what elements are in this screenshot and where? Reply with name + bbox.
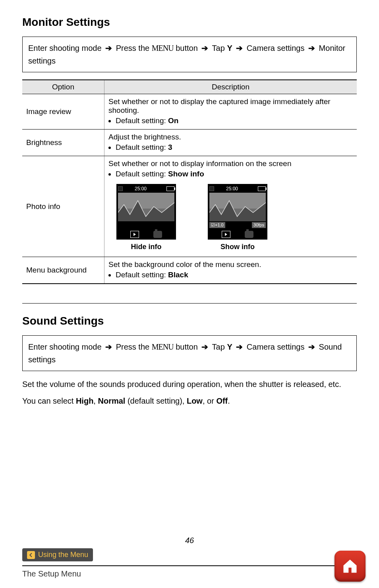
home-icon (341, 557, 359, 575)
switch-icon (153, 231, 162, 238)
footer-breadcrumb: The Setup Menu (22, 569, 357, 578)
default-value: Black (168, 271, 188, 279)
option-label: Brightness (22, 130, 104, 156)
arrow-icon: ➔ (201, 42, 208, 54)
arrow-icon: ➔ (308, 340, 315, 353)
option-label: Photo info (22, 156, 104, 257)
table-row: Brightness Adjust the brightness. Defaul… (22, 130, 357, 156)
home-button[interactable] (335, 551, 365, 582)
arrow-icon: ➔ (236, 340, 243, 353)
play-icon (222, 231, 230, 238)
arrow-icon: ➔ (308, 42, 315, 54)
desc-text: Adjust the brightness. (108, 133, 181, 141)
sound-description-1: Set the volume of the sounds produced du… (22, 378, 357, 390)
option-low: Low (187, 397, 203, 405)
text: (default setting), (125, 397, 187, 405)
path-segment: Press the (116, 44, 149, 52)
ev-value: +1.0 (215, 222, 224, 227)
switch-icon (245, 231, 253, 238)
thumb-show-info: 25:00 ☑+1.0 30fps (208, 184, 267, 251)
col-header-option: Option (22, 80, 104, 94)
default-prefix: Default setting: (116, 116, 166, 125)
text: . (228, 397, 230, 405)
path-segment: Tap (212, 342, 225, 351)
menu-label: MENU (152, 342, 174, 351)
preview-image (209, 193, 266, 221)
option-label: Menu background (22, 257, 104, 284)
option-description: Set whether or not to display the captur… (104, 94, 357, 130)
option-description: Set whether or not to display informatio… (104, 156, 357, 257)
battery-icon (166, 186, 174, 191)
default-prefix: Default setting: (116, 143, 166, 151)
path-segment: Enter shooting mode (28, 44, 102, 52)
desc-text: Set the background color of the menu scr… (108, 260, 261, 269)
time-remaining: 25:00 (133, 186, 148, 192)
path-segment: Press the (116, 342, 149, 351)
nav-path-sound: Enter shooting mode ➔ Press the MENU but… (22, 335, 357, 371)
ev-icon: ☑ (211, 222, 215, 227)
chip-label: Using the Menu (38, 551, 88, 559)
option-normal: Normal (98, 397, 125, 405)
record-icon (118, 186, 123, 191)
settings-table: Option Description Image review Set whet… (22, 79, 357, 284)
nav-path-monitor: Enter shooting mode ➔ Press the MENU but… (22, 37, 357, 72)
section-title-sound: Sound Settings (22, 315, 357, 327)
wrench-icon: Y (227, 44, 232, 52)
table-row: Menu background Set the background color… (22, 257, 357, 284)
path-segment: button (176, 44, 198, 52)
wrench-icon: Y (227, 342, 232, 351)
section-divider (22, 303, 357, 304)
record-icon (209, 186, 214, 191)
page-number: 46 (0, 536, 379, 545)
battery-icon (258, 186, 266, 191)
desc-text: Set whether or not to display informatio… (108, 159, 291, 168)
default-prefix: Default setting: (116, 271, 166, 279)
text: You can select (22, 397, 76, 405)
preview-image (118, 193, 174, 221)
default-value: 3 (168, 143, 172, 151)
thumb-label: Show info (220, 243, 255, 251)
section-title-monitor: Monitor Settings (22, 16, 357, 29)
fps-badge: 30fps (252, 222, 266, 228)
option-high: High (76, 397, 93, 405)
default-value: On (168, 116, 178, 125)
footer-divider (22, 565, 357, 566)
text: , or (203, 397, 216, 405)
path-segment: Camera settings (247, 44, 305, 52)
sound-description-2: You can select High, Normal (default set… (22, 395, 357, 407)
option-description: Adjust the brightness. Default setting: … (104, 130, 357, 156)
option-off: Off (216, 397, 228, 405)
option-label: Image review (22, 94, 104, 130)
arrow-icon: ➔ (105, 42, 112, 54)
path-segment: Camera settings (247, 342, 305, 351)
table-row: Photo info Set whether or not to display… (22, 156, 357, 257)
ev-badge: ☑+1.0 (209, 222, 225, 228)
menu-label: MENU (152, 44, 174, 52)
time-remaining: 25:00 (224, 186, 240, 192)
path-segment: Tap (212, 44, 225, 52)
text: , (93, 397, 98, 405)
path-segment: Enter shooting mode (28, 342, 102, 351)
col-header-description: Description (104, 80, 357, 94)
play-icon (130, 231, 139, 238)
default-value: Show info (168, 170, 204, 178)
desc-text: Set whether or not to display the captur… (108, 97, 331, 114)
default-prefix: Default setting: (116, 170, 166, 178)
table-row: Image review Set whether or not to displ… (22, 94, 357, 130)
path-segment: button (176, 342, 198, 351)
thumb-hide-info: 25:00 (116, 184, 176, 251)
back-icon (27, 551, 35, 559)
using-menu-link[interactable]: Using the Menu (22, 548, 93, 561)
arrow-icon: ➔ (105, 340, 112, 353)
arrow-icon: ➔ (236, 42, 243, 54)
option-description: Set the background color of the menu scr… (104, 257, 357, 284)
arrow-icon: ➔ (201, 340, 208, 353)
thumb-label: Hide info (131, 243, 162, 251)
